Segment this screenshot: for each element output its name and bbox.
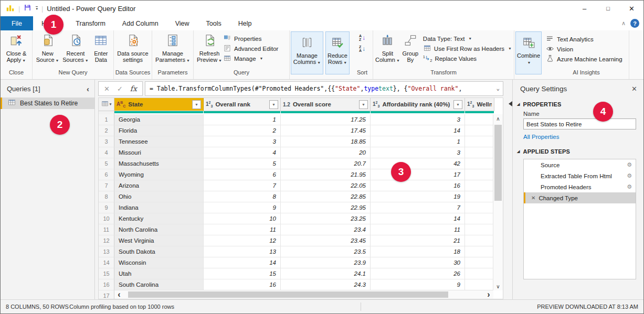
cell-value[interactable] bbox=[465, 114, 494, 125]
cell-value[interactable]: 11 bbox=[371, 224, 465, 235]
applied-step-changed-type[interactable]: ✕Changed Type bbox=[524, 192, 636, 203]
tab-file[interactable]: File bbox=[1, 16, 33, 30]
use-first-row-as-headers-button[interactable]: Use First Row as Headers▼ bbox=[423, 44, 512, 53]
row-number[interactable]: 6 bbox=[99, 169, 114, 180]
filter-dropdown-button[interactable]: ▼ bbox=[359, 100, 368, 109]
cell-value[interactable]: 17.25 bbox=[281, 114, 371, 125]
cell-value[interactable] bbox=[465, 235, 494, 246]
tab-add-column[interactable]: Add Column bbox=[114, 16, 167, 30]
cell-value[interactable]: 4 bbox=[204, 147, 281, 158]
column-header-wellness[interactable]: 123Wellness bbox=[465, 98, 494, 111]
cell-value[interactable]: 21 bbox=[371, 235, 465, 246]
gear-icon[interactable]: ⚙ bbox=[627, 161, 632, 168]
cell-value[interactable]: 24.3 bbox=[281, 279, 371, 290]
cell-value[interactable]: 2 bbox=[204, 125, 281, 136]
cell-state[interactable]: West Virginia bbox=[114, 235, 204, 246]
table-row[interactable]: 13South Dakota1323.518 bbox=[99, 246, 503, 257]
tab-view[interactable]: View bbox=[167, 16, 198, 30]
cell-state[interactable]: Georgia bbox=[114, 114, 204, 125]
collapse-panel-icon[interactable]: ‹ bbox=[87, 84, 89, 93]
column-header-state[interactable]: ABCState▼ bbox=[114, 98, 204, 111]
table-row[interactable]: 1Georgia117.253 bbox=[99, 114, 503, 125]
cell-value[interactable]: 15 bbox=[204, 268, 281, 279]
quick-access-dropdown-icon[interactable]: ▾ bbox=[36, 6, 38, 10]
horizontal-scrollbar[interactable]: ‹ › bbox=[114, 290, 493, 299]
save-icon[interactable] bbox=[24, 4, 31, 13]
formula-input[interactable]: = Table.TransformColumnTypes(#"Promoted … bbox=[145, 81, 503, 96]
column-header-overall-score[interactable]: 1.2Overall score▼ bbox=[281, 98, 371, 111]
cell-value[interactable]: 30 bbox=[371, 257, 465, 268]
horizontal-scroll-thumb[interactable] bbox=[128, 291, 448, 298]
confirm-formula-icon[interactable]: ✓ bbox=[117, 85, 123, 93]
maximize-button[interactable]: □ bbox=[596, 1, 620, 16]
gear-icon[interactable]: ⚙ bbox=[627, 172, 632, 179]
fx-icon[interactable]: fx bbox=[130, 84, 137, 93]
cell-value[interactable]: 7 bbox=[371, 202, 465, 213]
cell-state[interactable]: North Carolina bbox=[114, 224, 204, 235]
new-source-button[interactable]: New Source▼ bbox=[35, 32, 60, 64]
applied-step-promoted-headers[interactable]: Promoted Headers⚙ bbox=[524, 181, 636, 192]
cell-value[interactable] bbox=[465, 169, 494, 180]
cell-state[interactable]: Florida bbox=[114, 125, 204, 136]
manage-parameters-button[interactable]: Manage Parameters▼ bbox=[154, 32, 191, 64]
row-number[interactable]: 7 bbox=[99, 180, 114, 191]
cell-value[interactable]: 16 bbox=[204, 279, 281, 290]
cell-value[interactable]: 10 bbox=[204, 213, 281, 224]
cell-value[interactable]: 21.95 bbox=[281, 169, 371, 180]
cell-value[interactable]: 7 bbox=[204, 180, 281, 191]
group-by-button[interactable]: Group By bbox=[401, 32, 420, 63]
azure-machine-learning-button[interactable]: Azure Machine Learning bbox=[546, 55, 622, 63]
scroll-up-icon[interactable]: ∧ bbox=[493, 114, 503, 123]
cell-value[interactable] bbox=[465, 268, 494, 279]
column-header-overall-rank[interactable]: 123Overall rank▼ bbox=[204, 98, 281, 111]
combine-button[interactable]: Combine▼ bbox=[515, 31, 542, 74]
cell-state[interactable]: Ohio bbox=[114, 191, 204, 202]
table-row[interactable]: 9Indiana922.957 bbox=[99, 202, 503, 213]
scroll-right-icon[interactable]: › bbox=[484, 290, 493, 299]
tab-tools[interactable]: Tools bbox=[198, 16, 230, 30]
properties-button[interactable]: Properties bbox=[223, 34, 278, 43]
cell-value[interactable]: 3 bbox=[204, 136, 281, 147]
panel-splitter-arrow-icon[interactable] bbox=[509, 101, 512, 106]
cell-state[interactable]: Arizona bbox=[114, 180, 204, 191]
data-source-settings-button[interactable]: Data source settings bbox=[116, 32, 150, 63]
table-row[interactable]: 12West Virginia1223.4521 bbox=[99, 235, 503, 246]
table-row[interactable]: 8Ohio822.8519 bbox=[99, 191, 503, 202]
cell-value[interactable] bbox=[465, 257, 494, 268]
table-row[interactable]: 2Florida217.4514 bbox=[99, 125, 503, 136]
cell-value[interactable] bbox=[465, 136, 494, 147]
recent-sources-button[interactable]: Recent Sources▼ bbox=[61, 32, 89, 64]
row-number[interactable]: 16 bbox=[99, 279, 114, 290]
reduce-rows-button[interactable]: Reduce Rows▼ bbox=[325, 31, 350, 74]
cell-value[interactable]: 16 bbox=[371, 180, 465, 191]
cell-value[interactable]: 18.85 bbox=[281, 136, 371, 147]
cell-value[interactable]: 22.85 bbox=[281, 191, 371, 202]
cell-value[interactable]: 14 bbox=[371, 213, 465, 224]
cell-value[interactable]: 26 bbox=[371, 268, 465, 279]
row-number[interactable]: 8 bbox=[99, 191, 114, 202]
cell-value[interactable] bbox=[465, 158, 494, 169]
row-number[interactable]: 11 bbox=[99, 224, 114, 235]
cell-state[interactable]: Indiana bbox=[114, 202, 204, 213]
cell-value[interactable]: 9 bbox=[371, 279, 465, 290]
cell-value[interactable]: 17.45 bbox=[281, 125, 371, 136]
split-column-button[interactable]: Split Column▼ bbox=[375, 32, 400, 64]
cell-value[interactable]: 22.95 bbox=[281, 202, 371, 213]
cell-state[interactable]: Massachusetts bbox=[114, 158, 204, 169]
cell-state[interactable]: Missouri bbox=[114, 147, 204, 158]
cell-value[interactable]: 8 bbox=[204, 191, 281, 202]
cell-state[interactable]: Utah bbox=[114, 268, 204, 279]
cell-value[interactable]: 3 bbox=[371, 147, 465, 158]
cell-value[interactable]: 14 bbox=[204, 257, 281, 268]
table-row[interactable]: 6Wyoming621.9517 bbox=[99, 169, 503, 180]
close-button[interactable]: ✕ bbox=[620, 1, 643, 16]
cell-state[interactable]: Kentucky bbox=[114, 213, 204, 224]
cell-value[interactable]: 18 bbox=[371, 246, 465, 257]
sort-descending-button[interactable]: ZA↓ bbox=[359, 45, 365, 53]
row-number[interactable]: 13 bbox=[99, 246, 114, 257]
cell-state[interactable]: South Carolina bbox=[114, 279, 204, 290]
status-profiling[interactable]: Column profiling based on top 1000 rows bbox=[69, 300, 174, 313]
filter-dropdown-button[interactable]: ▼ bbox=[453, 100, 462, 109]
cell-value[interactable]: 5 bbox=[204, 158, 281, 169]
grid-corner-cell[interactable]: ▾ bbox=[99, 98, 114, 111]
